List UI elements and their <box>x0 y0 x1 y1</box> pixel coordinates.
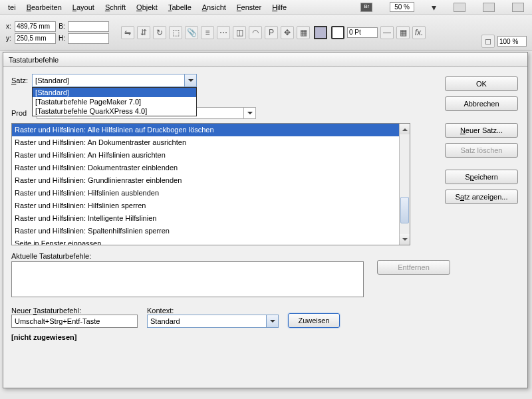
menu-object[interactable]: Objekt <box>136 3 158 11</box>
wrap-icon[interactable]: ▦ <box>297 26 310 39</box>
w-label: B: <box>57 23 66 30</box>
save-button[interactable]: Speichern <box>445 170 518 184</box>
set-option-standard[interactable]: [Standard] <box>33 88 196 97</box>
menu-file[interactable]: tei <box>8 3 16 11</box>
menu-window[interactable]: Fenster <box>237 3 261 11</box>
zoom-level[interactable]: 50 % <box>390 2 414 12</box>
assignment-status: [nicht zugewiesen] <box>11 333 519 341</box>
list-item[interactable]: Seite in Fenster einpassen <box>12 237 410 245</box>
align-icon[interactable]: ≡ <box>201 26 214 39</box>
list-item[interactable]: Raster und Hilfslinien: An Hilfslinien a… <box>12 149 410 162</box>
set-combo[interactable]: [Standard] [Standard] [Tastaturbefehle P… <box>32 74 197 87</box>
menu-layout[interactable]: Layout <box>72 3 94 11</box>
menu-type[interactable]: Schrift <box>105 3 126 11</box>
new-set-button[interactable]: Neuer Satz... <box>445 123 518 138</box>
list-item[interactable]: Raster und Hilfslinien: Hilfslinien ausb… <box>12 187 410 200</box>
scroll-up-icon[interactable] <box>400 124 410 134</box>
set-option-pagemaker[interactable]: [Tastaturbefehle PageMaker 7.0] <box>33 97 196 106</box>
w-input[interactable] <box>68 21 109 32</box>
menu-help[interactable]: Hilfe <box>272 3 287 11</box>
list-item[interactable]: Raster und Hilfslinien: Dokumentraster e… <box>12 162 410 174</box>
fill-swatch[interactable] <box>314 26 327 39</box>
context-combo[interactable]: Standard <box>147 315 279 328</box>
flip-v-icon[interactable]: ⇵ <box>137 26 150 39</box>
list-item[interactable]: Raster und Hilfslinien: Grundlinienraste… <box>12 174 410 187</box>
stroke-swatch[interactable] <box>331 26 344 39</box>
cancel-button[interactable]: Abbrechen <box>445 96 518 111</box>
arrange-icon[interactable] <box>512 3 524 12</box>
product-label: Prod <box>11 109 30 117</box>
chevron-down-icon[interactable]: ▾ <box>432 2 436 13</box>
current-shortcuts-label: Aktuelle Tastaturbefehle: <box>11 252 91 260</box>
flip-h-icon[interactable]: ⇋ <box>121 26 134 39</box>
set-dropdown: [Standard] [Tastaturbefehle PageMaker 7.… <box>32 87 197 116</box>
set-label: Satz: <box>11 76 28 84</box>
opacity-input[interactable]: 100 % <box>497 36 527 47</box>
list-item[interactable]: Raster und Hilfslinien: Hilfslinien sper… <box>12 200 410 212</box>
chevron-down-icon[interactable] <box>243 108 255 118</box>
new-shortcut-input[interactable]: Umschalt+Strg+Entf-Taste <box>11 315 138 328</box>
fx-icon[interactable]: fx. <box>412 26 426 39</box>
list-item[interactable]: Raster und Hilfslinien: Spaltenhilfslini… <box>12 225 410 237</box>
show-set-button[interactable]: Satz anzeigen... <box>445 190 518 204</box>
bridge-icon[interactable]: Br <box>360 3 372 12</box>
cap-icon[interactable]: ◻ <box>481 35 495 48</box>
delete-set-button[interactable]: Satz löschen <box>445 143 518 158</box>
stroke-style-icon[interactable]: — <box>380 26 394 39</box>
list-item[interactable]: Raster und Hilfslinien: An Dokumentraste… <box>12 136 410 149</box>
chevron-down-icon[interactable] <box>184 74 196 86</box>
context-label: Kontext: <box>147 307 279 315</box>
grid-icon[interactable]: ▦ <box>396 26 410 39</box>
scroll-thumb[interactable] <box>400 197 409 223</box>
ok-button[interactable]: OK <box>445 76 518 91</box>
y-input[interactable] <box>15 33 56 44</box>
type-icon[interactable]: P <box>265 26 278 39</box>
x-input[interactable] <box>15 21 56 32</box>
dialog-title: Tastaturbefehle <box>3 53 527 67</box>
rotate-icon[interactable]: ↻ <box>153 26 166 39</box>
screen-mode-icon[interactable] <box>483 3 495 12</box>
scroll-down-icon[interactable] <box>400 234 410 245</box>
keyboard-shortcuts-dialog: Tastaturbefehle Satz: [Standard] [Standa… <box>3 52 528 388</box>
x-label: x: <box>4 23 13 30</box>
set-option-quark[interactable]: [Tastaturbefehle QuarkXPress 4.0] <box>33 106 196 116</box>
path-icon[interactable]: ◠ <box>249 26 262 39</box>
stroke-weight-input[interactable] <box>347 27 378 38</box>
view-mode-icon[interactable] <box>454 3 466 12</box>
menu-table[interactable]: Tabelle <box>168 3 192 11</box>
list-item[interactable]: Raster und Hilfslinien: Alle Hilfslinien… <box>12 124 410 136</box>
sel-icon[interactable]: ◫ <box>233 26 246 39</box>
menu-edit[interactable]: Bearbeiten <box>27 3 62 11</box>
commands-listbox[interactable]: Raster und Hilfslinien: Alle Hilfslinien… <box>11 123 410 245</box>
list-item[interactable]: Raster und Hilfslinien: Intelligente Hil… <box>12 212 410 225</box>
h-input[interactable] <box>68 33 109 44</box>
menu-view[interactable]: Ansicht <box>202 3 226 11</box>
new-shortcut-label: Neuer Tastaturbefehl: <box>11 307 138 315</box>
assign-button[interactable]: Zuweisen <box>288 313 340 328</box>
shear-icon[interactable]: ⬚ <box>169 26 182 39</box>
anchor-icon[interactable]: ✥ <box>281 26 294 39</box>
remove-button[interactable]: Entfernen <box>377 260 450 275</box>
opts-icon[interactable]: ⋯ <box>217 26 230 39</box>
h-label: H: <box>57 35 66 42</box>
current-shortcuts-box[interactable] <box>11 261 364 297</box>
chevron-down-icon[interactable] <box>266 315 278 327</box>
control-panel: x: B: y: H: ⇋ ⇵ ↻ ⬚ 📎 ≡ ⋯ ◫ ◠ P ✥ ▦ — ▦ … <box>0 15 532 51</box>
y-label: y: <box>4 35 13 42</box>
clip-icon[interactable]: 📎 <box>185 26 198 39</box>
menu-bar: tei Bearbeiten Layout Schrift Objekt Tab… <box>0 0 532 15</box>
scrollbar[interactable] <box>399 124 410 245</box>
